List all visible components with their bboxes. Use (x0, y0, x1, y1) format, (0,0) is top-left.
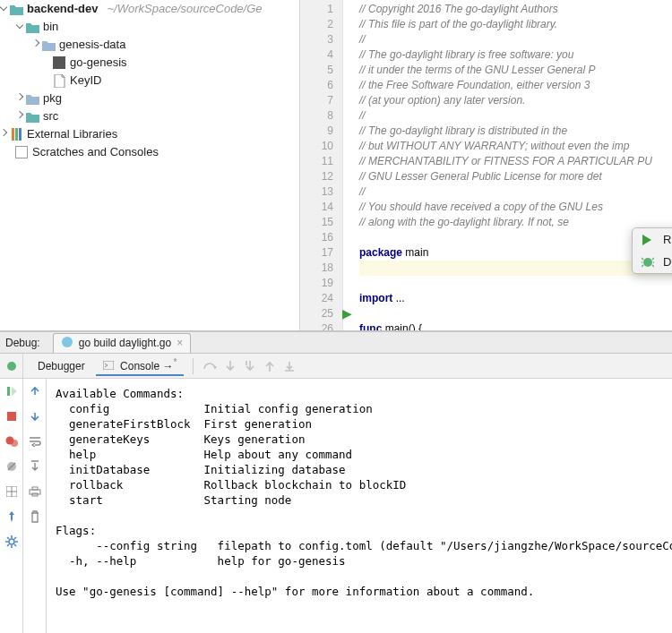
stop-icon[interactable] (4, 409, 19, 423)
chevron-down-icon[interactable] (16, 21, 23, 29)
mute-breakpoints-icon[interactable] (4, 459, 19, 474)
console-tab[interactable]: Console →* (96, 355, 185, 376)
project-root-label[interactable]: backend-dev (27, 0, 98, 18)
debug-left-rail-2 (23, 379, 47, 633)
run-context-menu[interactable]: Run 'go build daylight.go...' ^⇧R Debug … (632, 227, 672, 274)
go-file-icon (61, 336, 73, 351)
run-config-tab[interactable]: go build daylight.go × (53, 333, 191, 353)
tree-item-go-genesis[interactable]: go-genesis (70, 54, 127, 72)
console-icon (103, 360, 116, 372)
project-tree[interactable]: backend-dev ~/WorkSpace/sourceCode/Ge bi… (0, 0, 300, 330)
editor-gutter[interactable]: 1 2 3 4 5 6 7 8 9 10 11 12 13 14 15 16 1… (300, 0, 343, 330)
debug-rerun-button[interactable] (0, 354, 23, 378)
svg-rect-11 (32, 487, 38, 490)
scratches-icon (14, 145, 29, 159)
play-icon (642, 235, 656, 245)
tree-item-external-libraries[interactable]: External Libraries (27, 125, 117, 143)
force-step-into-icon[interactable] (242, 358, 258, 374)
debug-tool-window[interactable]: Debug: go build daylight.go × Debugger C… (0, 331, 672, 633)
step-out-icon[interactable] (262, 358, 278, 374)
run-config-label: go build daylight.go (79, 337, 171, 349)
chevron-down-icon[interactable] (0, 4, 7, 11)
clear-icon[interactable] (28, 509, 42, 524)
folder-icon (25, 91, 39, 106)
settings-icon[interactable] (4, 535, 19, 549)
step-over-icon[interactable] (202, 358, 219, 374)
tree-item-genesis-data[interactable]: genesis-data (59, 36, 125, 54)
debug-header: Debug: go build daylight.go × (0, 332, 672, 354)
view-breakpoints-icon[interactable] (4, 434, 19, 449)
resume-icon[interactable] (4, 384, 19, 398)
code-editor[interactable]: 1 2 3 4 5 6 7 8 9 10 11 12 13 14 15 16 1… (300, 0, 672, 330)
pin-icon[interactable] (4, 509, 19, 524)
chevron-right-icon[interactable] (16, 111, 23, 118)
folder-icon (41, 38, 56, 52)
svg-point-2 (7, 362, 16, 371)
tree-item-scratches[interactable]: Scratches and Consoles (32, 143, 159, 161)
folder-icon (25, 109, 39, 124)
tree-item-keyid[interactable]: KeyID (70, 72, 101, 90)
svg-rect-4 (7, 412, 16, 421)
chevron-right-icon[interactable] (32, 39, 39, 47)
up-icon[interactable] (28, 384, 42, 398)
run-menu-item[interactable]: Run 'go build daylight.go...' ^⇧R (633, 228, 672, 251)
down-icon[interactable] (28, 409, 42, 423)
svg-point-9 (9, 539, 14, 544)
code-area[interactable]: // Copyright 2016 The go-daylight Author… (343, 0, 672, 330)
chevron-right-icon[interactable] (16, 93, 23, 100)
bug-icon (642, 257, 656, 268)
scroll-to-end-icon[interactable] (28, 459, 42, 474)
tree-item-bin[interactable]: bin (43, 18, 58, 36)
debug-title: Debug: (5, 337, 40, 349)
chevron-right-icon[interactable] (0, 129, 7, 136)
step-into-icon[interactable] (222, 358, 238, 374)
close-icon[interactable]: × (177, 337, 183, 349)
svg-point-6 (11, 440, 18, 447)
run-gutter-icon[interactable]: ▶ (342, 306, 352, 321)
svg-point-1 (62, 337, 73, 347)
svg-rect-3 (7, 387, 10, 396)
soft-wrap-icon[interactable] (28, 434, 42, 449)
debug-menu-label: Debug 'go build daylight.go...' (663, 255, 672, 269)
console-output[interactable]: Available Commands: config Initial confi… (47, 379, 672, 633)
run-menu-label: Run 'go build daylight.go...' (663, 233, 672, 246)
run-to-cursor-icon[interactable] (281, 358, 297, 374)
tree-item-pkg[interactable]: pkg (43, 90, 62, 107)
layout-icon[interactable] (4, 484, 19, 499)
libraries-icon (9, 127, 23, 141)
svg-point-0 (643, 258, 652, 267)
folder-icon (9, 2, 23, 16)
folder-icon (25, 20, 39, 34)
debug-left-rail-1 (0, 379, 23, 633)
project-root-path: ~/WorkSpace/sourceCode/Ge (103, 0, 265, 19)
binary-file-icon (52, 56, 66, 70)
print-icon[interactable] (28, 484, 42, 499)
tree-item-src[interactable]: src (43, 107, 58, 125)
file-icon (52, 73, 66, 88)
debugger-tab[interactable]: Debugger (30, 358, 92, 374)
debug-menu-item[interactable]: Debug 'go build daylight.go...' ^⇧D (633, 251, 672, 273)
